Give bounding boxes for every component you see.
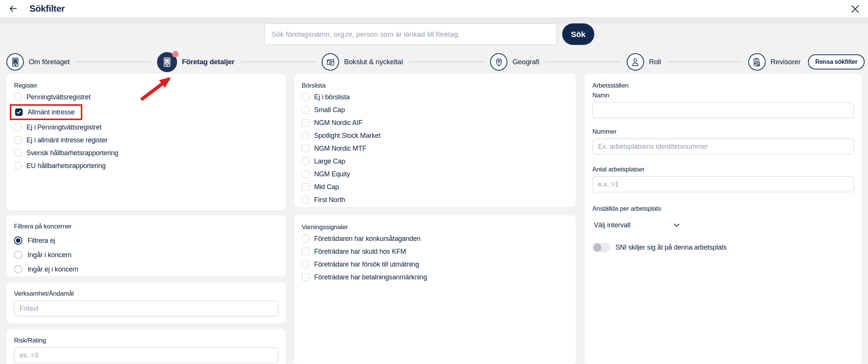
checkbox-ej-i-borslista[interactable]: Ej i börslista — [302, 91, 568, 103]
tab-label: Geografi — [512, 58, 539, 66]
sni-toggle-label: SNI skiljer sig åt på denna arbetsplats — [615, 244, 726, 251]
checkbox-box[interactable] — [302, 183, 309, 191]
checkbox-box[interactable] — [302, 273, 309, 281]
back-button[interactable] — [7, 2, 20, 15]
audit-clipboard-icon — [748, 53, 766, 71]
checkbox-box[interactable] — [14, 149, 22, 157]
count-field-label: Antal arbetsplatser — [592, 166, 854, 173]
checkbox-box[interactable] — [302, 248, 309, 255]
checkbox-betalningsanmarkning[interactable]: Företrädare har betalningsanmärkning — [302, 271, 568, 284]
panel-title: Börslista — [302, 82, 568, 89]
name-field-label: Namn — [592, 92, 854, 99]
checkbox-box[interactable] — [14, 162, 22, 170]
toggle-knob — [594, 244, 601, 251]
checkbox-label: Penningtvättsregistret — [26, 93, 91, 101]
radio-filtrera-ej[interactable]: Filtrera ej — [14, 233, 278, 248]
checkbox-label: Allmänt intresse — [28, 108, 75, 116]
radio-label: Ingår ej i koncern — [28, 265, 78, 273]
tab-connector — [545, 62, 620, 62]
workplace-count-input[interactable] — [592, 176, 854, 192]
checkbox-box[interactable] — [302, 196, 309, 204]
checkbox-box[interactable] — [302, 93, 309, 101]
tab-geografi[interactable]: Geografi — [490, 53, 539, 71]
checkbox-ngm-equity[interactable]: NGM Equity — [302, 168, 568, 180]
checkbox-box[interactable] — [302, 170, 309, 178]
tab-foretag-detaljer[interactable]: Företag detaljer — [157, 52, 234, 72]
checkbox-box[interactable] — [302, 145, 309, 152]
interval-select[interactable]: Välj intervall — [592, 219, 682, 231]
checkbox-eu-hallbarhetsrapportering[interactable]: EU hållbarhetsrapportering — [14, 159, 278, 172]
risk-rating-input[interactable] — [14, 347, 278, 363]
workplace-name-input[interactable] — [592, 102, 854, 118]
tab-bokslut-nyckeltal[interactable]: Bokslut & nyckeltal — [322, 53, 403, 71]
tab-connector — [667, 62, 742, 62]
checkbox-large-cap[interactable]: Large Cap — [302, 155, 568, 168]
checkbox-label: Svensk hållbarhetsrapportering — [26, 149, 118, 157]
panel-title: Arbetsställen — [592, 82, 854, 89]
checkbox-mid-cap[interactable]: Mid Cap — [302, 180, 568, 193]
radio-button[interactable] — [14, 265, 22, 273]
radio-button-selected[interactable] — [14, 236, 22, 245]
checkbox-box[interactable] — [302, 261, 309, 268]
varningssignaler-panel: Varningssignaler Företrädaren har konkur… — [294, 215, 576, 364]
checkbox-ej-i-allmant-intresse-register[interactable]: Ej i allmänt intresse register — [14, 134, 278, 147]
radio-ingar-ej-i-koncern[interactable]: Ingår ej i koncern — [14, 262, 278, 276]
checkbox-first-north[interactable]: First North — [302, 193, 568, 206]
interval-select-value: Välj intervall — [594, 221, 631, 229]
register-panel: Register Penningtvättsregistret Allmänt … — [6, 74, 286, 210]
panel-title: Verksamhet/Ändamål — [14, 290, 278, 298]
checkbox-box[interactable] — [302, 119, 309, 126]
checkbox-box-checked[interactable] — [15, 108, 23, 116]
radio-button[interactable] — [14, 251, 22, 259]
checkbox-ej-i-penningtvattsregistret[interactable]: Ej i Penningtvättsregistret — [14, 121, 278, 134]
person-icon — [627, 53, 644, 71]
tab-roll[interactable]: Roll — [627, 53, 661, 71]
checkbox-penningtvattsregistret[interactable]: Penningtvättsregistret — [14, 91, 278, 103]
tab-revisorer[interactable]: Revisorer — [748, 53, 801, 71]
chevron-down-icon — [672, 221, 681, 229]
checkbox-box[interactable] — [14, 93, 22, 101]
register-options: Penningtvättsregistret Allmänt intresse … — [14, 91, 278, 172]
banknote-icon — [322, 53, 339, 71]
checkbox-ngm-nordic-aif[interactable]: NGM Nordic AIF — [302, 116, 568, 129]
notification-badge-dot — [172, 51, 179, 57]
checkbox-ngm-nordic-mtf[interactable]: NGM Nordic MTF — [302, 142, 568, 155]
checkbox-box[interactable] — [14, 123, 22, 131]
sni-toggle-switch[interactable] — [592, 243, 610, 252]
workplace-number-input[interactable] — [592, 139, 854, 154]
search-button[interactable]: Sök — [562, 23, 594, 45]
sokfilter-screen: Sökfilter Sök Om företaget — [0, 0, 868, 364]
checkbox-small-cap[interactable]: Small Cap — [302, 103, 568, 116]
checkbox-label: Företrädare har försök till utmätning — [314, 261, 419, 268]
checkbox-allmant-intresse[interactable]: Allmänt intresse — [15, 106, 75, 118]
checkbox-box[interactable] — [302, 132, 309, 139]
checkbox-skuld-hos-kfm[interactable]: Företrädare har skuld hos KFM — [302, 245, 568, 258]
checkbox-box[interactable] — [302, 106, 309, 114]
panel-title: Register — [14, 82, 278, 89]
koncern-filter-panel: Filtrera på koncerner Filtrera ej Ingår … — [6, 215, 286, 276]
checkbox-svensk-hallbarhetsrapportering[interactable]: Svensk hållbarhetsrapportering — [14, 147, 278, 159]
checkbox-label: Ej i allmänt intresse register — [26, 136, 108, 144]
checkbox-label: NGM Nordic AIF — [314, 119, 362, 127]
checkbox-box[interactable] — [302, 235, 309, 242]
search-input[interactable] — [264, 23, 557, 45]
checkbox-box[interactable] — [14, 136, 22, 144]
clear-filters-button[interactable]: Rensa sökfilter — [808, 54, 865, 69]
borslista-panel: Börslista Ej i börslista Small Cap NGM N… — [294, 74, 576, 207]
header: Sökfilter — [0, 0, 868, 17]
checkbox-label: NGM Equity — [314, 170, 350, 178]
header-shadow-band — [0, 17, 868, 24]
tab-om-foretaget[interactable]: Om företaget — [6, 53, 69, 71]
close-button[interactable] — [848, 2, 863, 17]
radio-label: Filtrera ej — [28, 237, 55, 245]
tab-label: Företag detaljer — [182, 58, 234, 66]
building-icon — [6, 53, 24, 71]
arbetsstallen-panel: Arbetsställen Namn Nummer Antal arbetspl… — [585, 74, 862, 364]
checkbox-spotlight-stock-market[interactable]: Spotlight Stock Market — [302, 129, 568, 142]
tab-label: Om företaget — [29, 58, 69, 66]
checkbox-konkursataganden[interactable]: Företrädaren har konkursåtaganden — [302, 232, 568, 245]
checkbox-box[interactable] — [302, 157, 309, 165]
checkbox-forsok-till-utmatning[interactable]: Företrädare har försök till utmätning — [302, 258, 568, 271]
verksamhet-input[interactable] — [14, 301, 278, 316]
radio-ingar-i-koncern[interactable]: Ingår i koncern — [14, 248, 278, 262]
